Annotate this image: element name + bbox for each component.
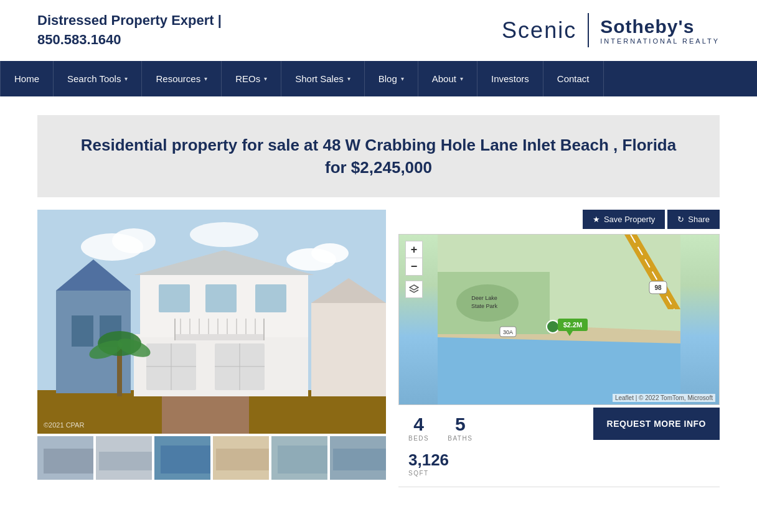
svg-text:$2.2M: $2.2M	[563, 321, 583, 329]
main-content: ©2021 CPAR	[0, 210, 757, 487]
svg-point-2	[112, 228, 156, 253]
sqft-number: 3,126	[408, 450, 720, 470]
divider	[398, 487, 720, 487]
svg-rect-7	[162, 396, 249, 434]
action-buttons: ★ Save Property ↻ Share	[398, 210, 720, 229]
chevron-down-icon: ▾	[264, 75, 267, 82]
svg-point-5	[190, 222, 258, 247]
chevron-down-icon: ▾	[347, 75, 350, 82]
brand-line2: 850.583.1640	[37, 30, 222, 50]
nav-item-blog[interactable]: Blog ▾	[365, 61, 418, 96]
map-controls: + −	[405, 241, 423, 298]
nav-item-about[interactable]: About ▾	[418, 61, 477, 96]
logo-sothebys: Sotheby's INTERNATIONAL REALTY	[600, 16, 720, 45]
beds-number: 4	[408, 414, 429, 435]
svg-rect-54	[333, 449, 386, 470]
thumbnail-2[interactable]	[96, 436, 152, 480]
svg-text:Deer Lake: Deer Lake	[471, 295, 497, 301]
svg-rect-25	[174, 319, 176, 340]
nav-label-resources: Resources	[156, 73, 200, 84]
svg-text:98: 98	[654, 284, 662, 291]
nav-label-contact: Contact	[557, 73, 590, 84]
logo-divider	[588, 13, 589, 47]
share-label: Share	[688, 215, 710, 224]
map-svg: 98 Deer Lake State Park $2.2M 30A	[399, 235, 719, 405]
chevron-down-icon: ▾	[204, 75, 207, 82]
nav-item-search-tools[interactable]: Search Tools ▾	[54, 61, 142, 96]
thumbnail-strip	[37, 436, 386, 480]
map-zoom-out-button[interactable]: −	[405, 258, 423, 276]
thumbnail-3[interactable]	[154, 436, 210, 480]
beds-baths-group: 4 BEDS 5 BATHS	[398, 405, 593, 442]
brand-line1: Distressed Property Expert |	[37, 11, 222, 30]
logo-scenic: Scenic	[502, 17, 576, 44]
nav-item-reos[interactable]: REOs ▾	[222, 61, 281, 96]
property-photo-svg: ©2021 CPAR	[37, 210, 386, 434]
nav-item-investors[interactable]: Investors	[477, 61, 543, 96]
save-property-button[interactable]: ★ Save Property	[583, 210, 665, 229]
share-icon: ↻	[677, 215, 684, 224]
property-banner: Residential property for sale at 48 W Cr…	[37, 115, 720, 198]
baths-label: BATHS	[448, 435, 473, 442]
layers-icon	[409, 284, 419, 294]
nav-item-home[interactable]: Home	[0, 61, 54, 96]
header: Distressed Property Expert | 850.583.164…	[0, 0, 757, 61]
chevron-down-icon: ▾	[401, 75, 404, 82]
svg-rect-21	[159, 284, 190, 312]
logo-sothebys-name: Sotheby's	[600, 16, 720, 37]
nav-label-about: About	[432, 73, 456, 84]
svg-rect-50	[216, 449, 269, 470]
thumbnail-4[interactable]	[213, 436, 269, 480]
thumbnail-1[interactable]	[37, 436, 93, 480]
svg-text:State Park: State Park	[471, 303, 498, 309]
logo-sothebys-sub: INTERNATIONAL REALTY	[600, 37, 720, 45]
main-photo: ©2021 CPAR	[37, 210, 386, 434]
save-label: Save Property	[604, 215, 655, 224]
property-stats-row: 4 BEDS 5 BATHS REQUEST MORE INFO	[398, 405, 720, 442]
nav-label-home: Home	[14, 73, 39, 84]
svg-rect-23	[255, 284, 286, 312]
svg-rect-44	[44, 449, 93, 474]
nav-item-resources[interactable]: Resources ▾	[142, 61, 222, 96]
map-container: 98 Deer Lake State Park $2.2M 30A + −	[398, 234, 720, 405]
svg-rect-26	[263, 319, 265, 340]
info-section: ★ Save Property ↻ Share	[398, 210, 720, 487]
svg-rect-46	[99, 452, 152, 470]
nav-label-short-sales: Short Sales	[295, 73, 344, 84]
nav-label-reos: REOs	[235, 73, 260, 84]
nav-item-contact[interactable]: Contact	[543, 61, 604, 96]
thumbnail-5[interactable]	[271, 436, 327, 480]
svg-rect-48	[161, 446, 210, 474]
chevron-down-icon: ▾	[125, 75, 128, 82]
request-more-info-button[interactable]: REQUEST MORE INFO	[593, 408, 720, 440]
svg-point-66	[547, 320, 559, 333]
svg-rect-10	[72, 315, 93, 347]
svg-rect-40	[311, 303, 386, 396]
svg-rect-24	[174, 334, 265, 340]
map-zoom-in-button[interactable]: +	[405, 241, 423, 258]
property-title: Residential property for sale at 48 W Cr…	[75, 134, 682, 179]
sqft-row: 3,126 SQFT	[408, 450, 720, 477]
star-icon: ★	[593, 215, 600, 224]
svg-text:©2021 CPAR: ©2021 CPAR	[44, 421, 84, 429]
request-label: REQUEST MORE INFO	[607, 419, 706, 429]
nav-label-search-tools: Search Tools	[67, 73, 121, 84]
baths-number: 5	[448, 414, 473, 435]
svg-text:30A: 30A	[503, 329, 513, 335]
share-button[interactable]: ↻ Share	[667, 210, 720, 229]
baths-stat: 5 BATHS	[448, 414, 473, 442]
sqft-label: SQFT	[408, 470, 720, 477]
svg-rect-22	[205, 284, 237, 312]
nav-label-investors: Investors	[491, 73, 529, 84]
thumbnail-6[interactable]	[330, 436, 386, 480]
svg-point-4	[311, 243, 349, 263]
map-layers-button[interactable]	[405, 281, 423, 298]
nav-label-blog: Blog	[378, 73, 397, 84]
logo-container: Scenic Sotheby's INTERNATIONAL REALTY	[502, 13, 720, 47]
navbar: Home Search Tools ▾ Resources ▾ REOs ▾ S…	[0, 61, 757, 96]
beds-label: BEDS	[408, 435, 429, 442]
chevron-down-icon: ▾	[460, 75, 463, 82]
svg-rect-52	[278, 446, 327, 474]
map-attribution: Leaflet | © 2022 TomTom, Microsoft	[613, 394, 715, 402]
nav-item-short-sales[interactable]: Short Sales ▾	[281, 61, 365, 96]
